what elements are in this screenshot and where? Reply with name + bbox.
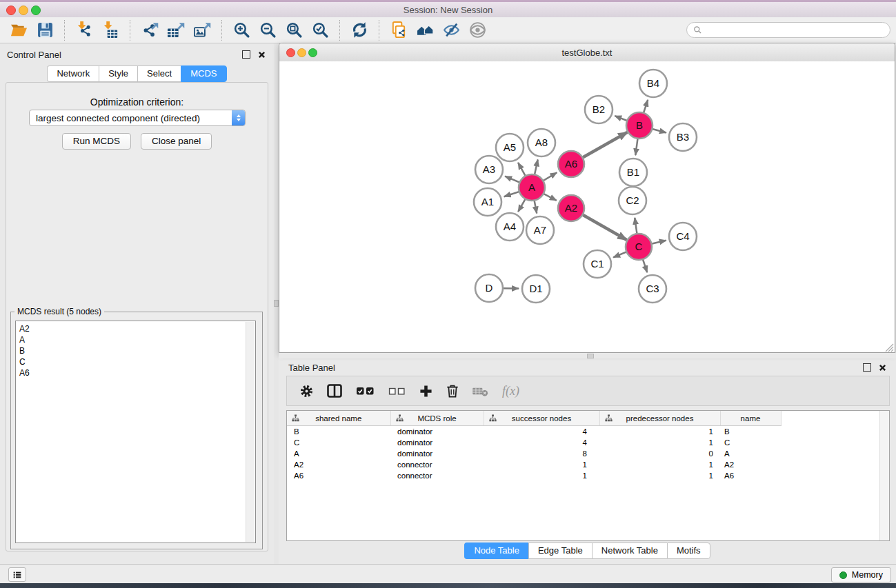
graph-node-A5[interactable]: A5 (496, 134, 524, 161)
deselect-all-icon[interactable] (388, 387, 406, 396)
table-cell[interactable]: A (287, 448, 390, 459)
table-row[interactable]: A2connector11A2 (287, 459, 781, 470)
mcds-result-item[interactable]: C (19, 356, 255, 367)
graph-node-C1[interactable]: C1 (584, 250, 611, 278)
tab-style[interactable]: Style (99, 65, 137, 82)
graph-node-B2[interactable]: B2 (585, 96, 613, 123)
table-cell[interactable]: B (720, 426, 781, 438)
tab-network-table[interactable]: Network Table (592, 543, 667, 559)
graph-node-A6[interactable]: A6 (558, 151, 584, 177)
float-panel-icon[interactable] (242, 50, 250, 59)
table-cell[interactable]: 8 (484, 448, 599, 459)
table-row[interactable]: A6connector11A6 (287, 470, 781, 481)
graph-node-A4[interactable]: A4 (496, 213, 524, 241)
column-header-predecessor-nodes[interactable]: predecessor nodes (599, 411, 720, 426)
divider-handle[interactable] (587, 354, 594, 358)
table-cell[interactable]: 1 (599, 426, 720, 438)
first-neighbors-icon[interactable] (412, 19, 438, 41)
close-panel-button[interactable]: Close panel (141, 133, 212, 150)
float-panel-icon[interactable] (863, 363, 871, 372)
table-cell[interactable]: dominator (390, 426, 484, 438)
refresh-icon[interactable] (346, 19, 372, 41)
search-input[interactable] (706, 25, 884, 36)
graph-node-A1[interactable]: A1 (474, 188, 501, 216)
table-cell[interactable]: dominator (390, 437, 484, 448)
add-row-icon[interactable] (419, 385, 432, 398)
import-network-icon[interactable] (71, 19, 97, 41)
table-row[interactable]: Bdominator41B (287, 426, 781, 438)
export-table-icon[interactable] (163, 19, 189, 41)
tab-node-table[interactable]: Node Table (464, 543, 528, 559)
graph-node-C[interactable]: C (626, 234, 652, 260)
table-cell[interactable]: 0 (599, 448, 720, 459)
table-cell[interactable]: connector (390, 459, 484, 470)
graph-node-A[interactable]: A (519, 174, 545, 201)
column-header-MCDS-role[interactable]: MCDS role (390, 411, 484, 426)
vertical-split-divider[interactable] (274, 43, 279, 564)
table-cell[interactable]: 1 (599, 459, 720, 470)
tab-mcds[interactable]: MCDS (181, 65, 226, 82)
graph-node-B1[interactable]: B1 (619, 159, 647, 186)
columns-icon[interactable] (327, 384, 342, 398)
tab-select[interactable]: Select (137, 65, 181, 82)
run-mcds-button[interactable]: Run MCDS (62, 133, 131, 150)
open-session-icon[interactable] (6, 19, 32, 41)
zoom-selected-icon[interactable] (307, 19, 333, 41)
column-header-name[interactable]: name (720, 411, 781, 426)
network-canvas[interactable]: B4B2BB3A5A8A6A3B1AA1C2A2A4A7C4CC1C3DD1 (279, 61, 895, 352)
network-window-titlebar[interactable]: testGlobe.txt (279, 43, 895, 62)
table-cell[interactable]: 1 (484, 459, 599, 470)
export-image-icon[interactable] (189, 19, 215, 41)
export-network-icon[interactable] (137, 19, 163, 41)
graph-node-B3[interactable]: B3 (669, 123, 697, 151)
save-session-icon[interactable] (32, 19, 58, 41)
graph-node-C2[interactable]: C2 (619, 187, 646, 214)
mcds-result-item[interactable]: B (19, 345, 255, 356)
task-history-button[interactable] (8, 567, 26, 582)
table-cell[interactable]: B (287, 426, 390, 438)
table-cell[interactable]: A2 (287, 459, 390, 470)
hide-selected-icon[interactable] (438, 19, 464, 41)
table-scrollbar[interactable] (879, 411, 889, 540)
resize-grip-icon[interactable] (885, 343, 894, 352)
graph-node-D1[interactable]: D1 (522, 275, 550, 303)
table-row[interactable]: Cdominator41C (287, 437, 781, 448)
close-panel-icon[interactable] (258, 51, 266, 59)
table-cell[interactable]: connector (390, 470, 484, 481)
mcds-result-item[interactable]: A2 (19, 323, 255, 334)
table-cell[interactable]: 4 (484, 426, 599, 438)
graph-node-D[interactable]: D (475, 274, 503, 302)
settings-icon[interactable] (300, 385, 313, 398)
tab-motifs[interactable]: Motifs (667, 543, 710, 559)
zoom-out-icon[interactable] (255, 19, 281, 41)
search-box[interactable] (686, 22, 890, 38)
select-all-icon[interactable] (356, 386, 375, 396)
mcds-result-item[interactable]: A (19, 334, 255, 345)
zoom-fit-icon[interactable] (281, 19, 307, 41)
table-cell[interactable]: A2 (720, 459, 781, 470)
memory-button[interactable]: Memory (831, 567, 891, 582)
close-panel-icon[interactable] (879, 364, 886, 372)
column-header-shared-name[interactable]: shared name (287, 411, 390, 426)
table-cell[interactable]: 4 (484, 437, 599, 448)
table-cell[interactable]: C (720, 437, 781, 448)
import-table-icon[interactable] (97, 19, 123, 41)
graph-node-B[interactable]: B (626, 112, 653, 139)
result-list-scrollbar[interactable] (246, 322, 255, 542)
table-cell[interactable]: A6 (720, 470, 781, 481)
graph-node-B4[interactable]: B4 (639, 70, 667, 97)
graph-node-C3[interactable]: C3 (639, 275, 666, 303)
graph-node-A2[interactable]: A2 (558, 195, 584, 221)
column-header-successor-nodes[interactable]: successor nodes (484, 411, 599, 426)
graph-node-A8[interactable]: A8 (528, 129, 555, 156)
table-cell[interactable]: 1 (599, 470, 720, 481)
mcds-result-item[interactable]: A6 (19, 367, 255, 378)
graph-node-A3[interactable]: A3 (475, 156, 503, 183)
horizontal-split-divider[interactable] (279, 353, 896, 358)
optimization-criterion-dropdown[interactable]: largest connected component (directed) (29, 110, 246, 126)
tab-edge-table[interactable]: Edge Table (528, 543, 592, 559)
table-cell[interactable]: A6 (287, 470, 390, 481)
table-cell[interactable]: 1 (599, 437, 720, 448)
delete-row-icon[interactable] (446, 384, 459, 398)
tab-network[interactable]: Network (47, 65, 99, 82)
